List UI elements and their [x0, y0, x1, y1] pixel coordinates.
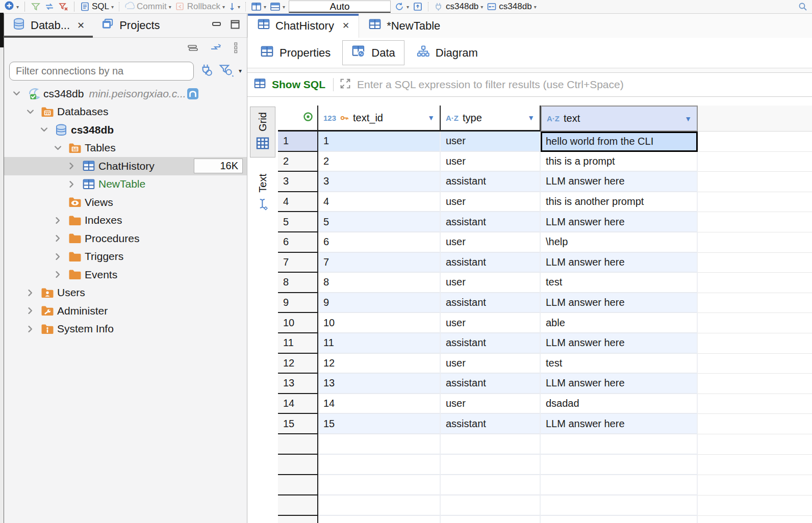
grid-cell[interactable] [441, 495, 541, 516]
grid-cell[interactable]: 7 [318, 253, 441, 273]
column-dropdown-icon[interactable]: ▼ [684, 115, 692, 123]
minimize-panel-icon[interactable] [211, 19, 222, 32]
grid-cell[interactable]: 15 [318, 414, 441, 434]
grid-cell[interactable]: test [541, 273, 698, 293]
close-icon[interactable]: ✕ [342, 20, 349, 31]
row-number[interactable]: 12 [278, 354, 318, 374]
grid-cell[interactable]: assistant [441, 414, 541, 434]
new-connection-button[interactable]: ▾ [4, 1, 19, 13]
row-number[interactable]: 5 [278, 212, 318, 232]
grid-cell[interactable]: dsadad [541, 394, 698, 414]
rollback-button[interactable]: Rollback▾ [175, 2, 225, 12]
grid-cell[interactable] [318, 495, 441, 516]
tab-projects[interactable]: Projects [93, 14, 168, 37]
chevron-right-icon[interactable] [53, 216, 68, 225]
tree-item-tables[interactable]: Tables [4, 139, 247, 158]
autocommit-selector[interactable]: Auto [289, 1, 391, 13]
row-number[interactable]: 15 [278, 414, 318, 434]
grid-cell[interactable] [541, 434, 698, 455]
chevron-down-icon[interactable] [26, 107, 41, 117]
row-number[interactable]: 10 [278, 313, 318, 333]
tab-data[interactable]: Data [342, 40, 404, 65]
chevron-down-icon[interactable] [12, 89, 27, 98]
sql-editor-button[interactable]: SQL▾ [80, 2, 114, 12]
grid-cell[interactable]: LLM answer here [541, 374, 698, 394]
grid-cell[interactable]: 6 [318, 232, 441, 253]
grid-cell[interactable] [441, 434, 541, 455]
grid-cell[interactable]: LLM answer here [541, 414, 698, 434]
grid-cell[interactable]: LLM answer here [541, 212, 698, 232]
tree-item-administer[interactable]: Administer [4, 302, 247, 320]
grid-cell[interactable]: LLM answer here [541, 253, 698, 273]
connection-selector[interactable]: cs348db▾ [434, 2, 483, 12]
grid-cell[interactable]: assistant [441, 253, 541, 273]
tree-item-users[interactable]: Users [4, 284, 247, 302]
tree-item-newtable[interactable]: NewTable [4, 175, 247, 194]
presentation-tab-text[interactable]: Text [250, 169, 275, 218]
database-selector[interactable]: cs348db▾ [487, 2, 536, 12]
tree-item-events[interactable]: Events [4, 266, 247, 284]
filter-connections-input[interactable] [9, 62, 194, 81]
row-number[interactable]: 2 [278, 152, 318, 172]
column-header-text[interactable]: A·Z text ▼ [541, 106, 698, 132]
grid-cell[interactable]: assistant [441, 333, 541, 354]
grid-cell[interactable]: user [441, 132, 541, 152]
open-in-window-button[interactable] [413, 2, 423, 12]
grid-cell[interactable]: user [441, 152, 541, 172]
grid-cell[interactable]: 4 [318, 192, 441, 213]
grid-cell[interactable]: 3 [318, 172, 441, 192]
grid-cell[interactable] [318, 475, 441, 495]
grid-cell[interactable] [441, 516, 541, 523]
tree-item-views[interactable]: Views [4, 193, 247, 212]
remove-filter-button[interactable] [58, 2, 68, 12]
chevron-right-icon[interactable] [67, 179, 82, 189]
collapse-all-icon[interactable] [187, 43, 199, 55]
tree-item-chathistory[interactable]: ChatHistory16K [4, 157, 247, 175]
grid-cell[interactable]: assistant [441, 172, 541, 192]
column-dropdown-icon[interactable]: ▼ [527, 114, 535, 122]
row-number[interactable]: 6 [278, 232, 318, 253]
grid-cell[interactable]: assistant [441, 212, 541, 232]
grid-cell[interactable] [541, 475, 698, 495]
tree-item-procedures[interactable]: Procedures [4, 229, 247, 248]
tab-database-navigator[interactable]: Datab... ✕ [4, 14, 93, 37]
row-number[interactable] [278, 475, 318, 495]
commit-button[interactable]: Commit▾ [124, 2, 171, 12]
tab-diagram[interactable]: Diagram [408, 40, 487, 65]
grid-cell[interactable]: assistant [441, 374, 541, 394]
close-icon[interactable]: ✕ [77, 20, 85, 31]
grid-cell[interactable]: able [541, 313, 698, 333]
tree-item-triggers[interactable]: Triggers [4, 248, 247, 266]
grid-cell[interactable]: user [441, 232, 541, 253]
tree-item-system-info[interactable]: System Info [4, 320, 247, 338]
grid-cell[interactable]: 2 [318, 152, 441, 172]
plug-check-icon[interactable] [199, 63, 213, 79]
selected-cell[interactable]: hello world from the CLI [541, 132, 698, 152]
row-number[interactable]: 1 [278, 132, 318, 152]
grid-cell[interactable] [441, 455, 541, 475]
column-header-type[interactable]: A·Z type ▼ [441, 106, 541, 132]
grid-cell[interactable]: LLM answer here [541, 293, 698, 313]
row-number[interactable]: 9 [278, 293, 318, 313]
show-sql-button[interactable]: Show SQL [272, 79, 325, 91]
row-number[interactable]: 8 [278, 273, 318, 293]
grid-cell[interactable]: LLM answer here [541, 172, 698, 192]
tree-item-databases[interactable]: Databases [4, 103, 247, 121]
grid-cell[interactable]: LLM answer here [541, 333, 698, 354]
grid-cell[interactable]: 12 [318, 354, 441, 374]
grid-cell[interactable]: \help [541, 232, 698, 253]
column-dropdown-icon[interactable]: ▼ [427, 114, 435, 122]
column-header-text-id[interactable]: 123 text_id ▼ [318, 106, 441, 132]
row-number[interactable]: 14 [278, 394, 318, 414]
grid-cell[interactable]: user [441, 354, 541, 374]
row-number[interactable] [278, 434, 318, 455]
grid-cell[interactable]: 10 [318, 313, 441, 333]
grid-cell[interactable]: this is a prompt [541, 152, 698, 172]
row-number[interactable]: 11 [278, 333, 318, 354]
chevron-right-icon[interactable] [26, 288, 41, 298]
grid-cell[interactable]: test [541, 354, 698, 374]
grid-cell[interactable] [541, 516, 698, 523]
grid-cell[interactable]: 9 [318, 293, 441, 313]
tree-item-indexes[interactable]: Indexes [4, 212, 247, 230]
grid-cell[interactable]: 5 [318, 212, 441, 232]
